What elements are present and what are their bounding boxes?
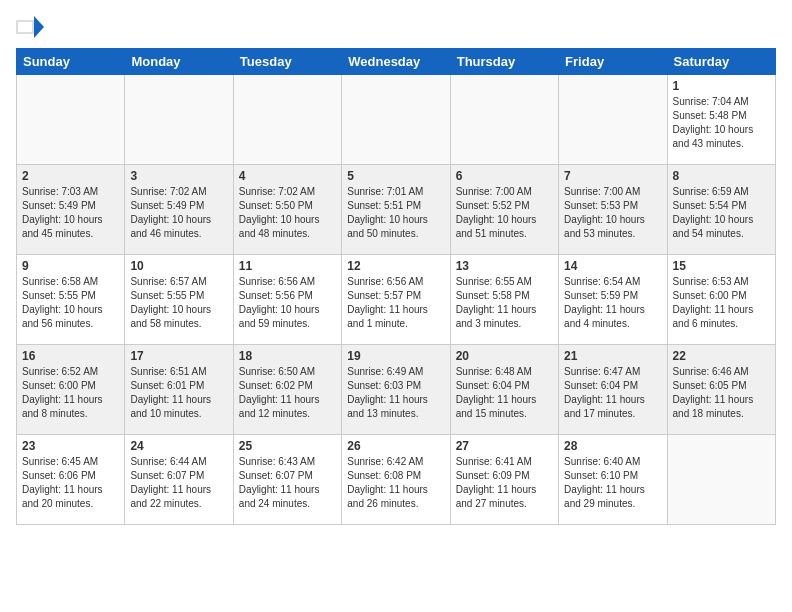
day-detail: Sunrise: 6:40 AM Sunset: 6:10 PM Dayligh… <box>564 455 661 511</box>
calendar-day: 18Sunrise: 6:50 AM Sunset: 6:02 PM Dayli… <box>233 345 341 435</box>
calendar-day: 17Sunrise: 6:51 AM Sunset: 6:01 PM Dayli… <box>125 345 233 435</box>
day-detail: Sunrise: 6:43 AM Sunset: 6:07 PM Dayligh… <box>239 455 336 511</box>
calendar-day: 20Sunrise: 6:48 AM Sunset: 6:04 PM Dayli… <box>450 345 558 435</box>
weekday-header: Friday <box>559 49 667 75</box>
day-number: 16 <box>22 349 119 363</box>
weekday-header: Wednesday <box>342 49 450 75</box>
calendar-day <box>342 75 450 165</box>
svg-marker-1 <box>34 16 44 38</box>
day-number: 24 <box>130 439 227 453</box>
day-number: 4 <box>239 169 336 183</box>
calendar-day <box>667 435 775 525</box>
weekday-header: Monday <box>125 49 233 75</box>
day-detail: Sunrise: 6:53 AM Sunset: 6:00 PM Dayligh… <box>673 275 770 331</box>
logo <box>16 16 46 38</box>
day-number: 10 <box>130 259 227 273</box>
day-detail: Sunrise: 6:58 AM Sunset: 5:55 PM Dayligh… <box>22 275 119 331</box>
calendar-day: 22Sunrise: 6:46 AM Sunset: 6:05 PM Dayli… <box>667 345 775 435</box>
day-number: 11 <box>239 259 336 273</box>
day-number: 5 <box>347 169 444 183</box>
day-number: 27 <box>456 439 553 453</box>
weekday-header: Saturday <box>667 49 775 75</box>
day-number: 12 <box>347 259 444 273</box>
day-detail: Sunrise: 6:54 AM Sunset: 5:59 PM Dayligh… <box>564 275 661 331</box>
calendar-week-row: 2Sunrise: 7:03 AM Sunset: 5:49 PM Daylig… <box>17 165 776 255</box>
calendar-day: 27Sunrise: 6:41 AM Sunset: 6:09 PM Dayli… <box>450 435 558 525</box>
day-number: 18 <box>239 349 336 363</box>
day-number: 14 <box>564 259 661 273</box>
calendar-header-row: SundayMondayTuesdayWednesdayThursdayFrid… <box>17 49 776 75</box>
calendar-day: 5Sunrise: 7:01 AM Sunset: 5:51 PM Daylig… <box>342 165 450 255</box>
logo-icon <box>16 16 44 38</box>
calendar-day <box>450 75 558 165</box>
calendar-day: 13Sunrise: 6:55 AM Sunset: 5:58 PM Dayli… <box>450 255 558 345</box>
calendar-day: 28Sunrise: 6:40 AM Sunset: 6:10 PM Dayli… <box>559 435 667 525</box>
calendar-day: 25Sunrise: 6:43 AM Sunset: 6:07 PM Dayli… <box>233 435 341 525</box>
calendar-day <box>17 75 125 165</box>
day-detail: Sunrise: 7:02 AM Sunset: 5:49 PM Dayligh… <box>130 185 227 241</box>
day-detail: Sunrise: 7:02 AM Sunset: 5:50 PM Dayligh… <box>239 185 336 241</box>
day-detail: Sunrise: 7:00 AM Sunset: 5:53 PM Dayligh… <box>564 185 661 241</box>
weekday-header: Tuesday <box>233 49 341 75</box>
day-number: 20 <box>456 349 553 363</box>
calendar-week-row: 1Sunrise: 7:04 AM Sunset: 5:48 PM Daylig… <box>17 75 776 165</box>
calendar-day: 10Sunrise: 6:57 AM Sunset: 5:55 PM Dayli… <box>125 255 233 345</box>
day-detail: Sunrise: 6:45 AM Sunset: 6:06 PM Dayligh… <box>22 455 119 511</box>
day-detail: Sunrise: 6:42 AM Sunset: 6:08 PM Dayligh… <box>347 455 444 511</box>
svg-rect-2 <box>18 22 32 32</box>
weekday-header: Sunday <box>17 49 125 75</box>
calendar-day: 14Sunrise: 6:54 AM Sunset: 5:59 PM Dayli… <box>559 255 667 345</box>
day-number: 19 <box>347 349 444 363</box>
day-detail: Sunrise: 6:50 AM Sunset: 6:02 PM Dayligh… <box>239 365 336 421</box>
calendar-day: 1Sunrise: 7:04 AM Sunset: 5:48 PM Daylig… <box>667 75 775 165</box>
day-number: 17 <box>130 349 227 363</box>
calendar-day: 3Sunrise: 7:02 AM Sunset: 5:49 PM Daylig… <box>125 165 233 255</box>
calendar-day: 24Sunrise: 6:44 AM Sunset: 6:07 PM Dayli… <box>125 435 233 525</box>
day-detail: Sunrise: 6:51 AM Sunset: 6:01 PM Dayligh… <box>130 365 227 421</box>
calendar-day: 12Sunrise: 6:56 AM Sunset: 5:57 PM Dayli… <box>342 255 450 345</box>
calendar-day: 19Sunrise: 6:49 AM Sunset: 6:03 PM Dayli… <box>342 345 450 435</box>
day-detail: Sunrise: 6:49 AM Sunset: 6:03 PM Dayligh… <box>347 365 444 421</box>
day-detail: Sunrise: 6:59 AM Sunset: 5:54 PM Dayligh… <box>673 185 770 241</box>
weekday-header: Thursday <box>450 49 558 75</box>
calendar-day: 2Sunrise: 7:03 AM Sunset: 5:49 PM Daylig… <box>17 165 125 255</box>
day-number: 26 <box>347 439 444 453</box>
day-number: 9 <box>22 259 119 273</box>
calendar-week-row: 9Sunrise: 6:58 AM Sunset: 5:55 PM Daylig… <box>17 255 776 345</box>
day-detail: Sunrise: 6:44 AM Sunset: 6:07 PM Dayligh… <box>130 455 227 511</box>
calendar-week-row: 16Sunrise: 6:52 AM Sunset: 6:00 PM Dayli… <box>17 345 776 435</box>
day-number: 23 <box>22 439 119 453</box>
day-detail: Sunrise: 6:48 AM Sunset: 6:04 PM Dayligh… <box>456 365 553 421</box>
day-detail: Sunrise: 7:01 AM Sunset: 5:51 PM Dayligh… <box>347 185 444 241</box>
day-number: 1 <box>673 79 770 93</box>
day-detail: Sunrise: 6:41 AM Sunset: 6:09 PM Dayligh… <box>456 455 553 511</box>
day-number: 8 <box>673 169 770 183</box>
calendar-day: 15Sunrise: 6:53 AM Sunset: 6:00 PM Dayli… <box>667 255 775 345</box>
day-detail: Sunrise: 6:46 AM Sunset: 6:05 PM Dayligh… <box>673 365 770 421</box>
calendar-day <box>233 75 341 165</box>
day-detail: Sunrise: 6:57 AM Sunset: 5:55 PM Dayligh… <box>130 275 227 331</box>
day-number: 25 <box>239 439 336 453</box>
day-detail: Sunrise: 6:52 AM Sunset: 6:00 PM Dayligh… <box>22 365 119 421</box>
day-number: 6 <box>456 169 553 183</box>
day-detail: Sunrise: 7:00 AM Sunset: 5:52 PM Dayligh… <box>456 185 553 241</box>
day-number: 22 <box>673 349 770 363</box>
calendar-day: 23Sunrise: 6:45 AM Sunset: 6:06 PM Dayli… <box>17 435 125 525</box>
day-detail: Sunrise: 6:56 AM Sunset: 5:57 PM Dayligh… <box>347 275 444 331</box>
calendar-day: 21Sunrise: 6:47 AM Sunset: 6:04 PM Dayli… <box>559 345 667 435</box>
calendar-day <box>125 75 233 165</box>
calendar-day: 11Sunrise: 6:56 AM Sunset: 5:56 PM Dayli… <box>233 255 341 345</box>
day-detail: Sunrise: 7:03 AM Sunset: 5:49 PM Dayligh… <box>22 185 119 241</box>
day-number: 21 <box>564 349 661 363</box>
day-detail: Sunrise: 6:47 AM Sunset: 6:04 PM Dayligh… <box>564 365 661 421</box>
day-detail: Sunrise: 7:04 AM Sunset: 5:48 PM Dayligh… <box>673 95 770 151</box>
calendar-week-row: 23Sunrise: 6:45 AM Sunset: 6:06 PM Dayli… <box>17 435 776 525</box>
calendar-day <box>559 75 667 165</box>
day-number: 28 <box>564 439 661 453</box>
calendar-day: 4Sunrise: 7:02 AM Sunset: 5:50 PM Daylig… <box>233 165 341 255</box>
page-header <box>16 16 776 38</box>
day-number: 13 <box>456 259 553 273</box>
day-number: 7 <box>564 169 661 183</box>
day-number: 15 <box>673 259 770 273</box>
day-number: 3 <box>130 169 227 183</box>
